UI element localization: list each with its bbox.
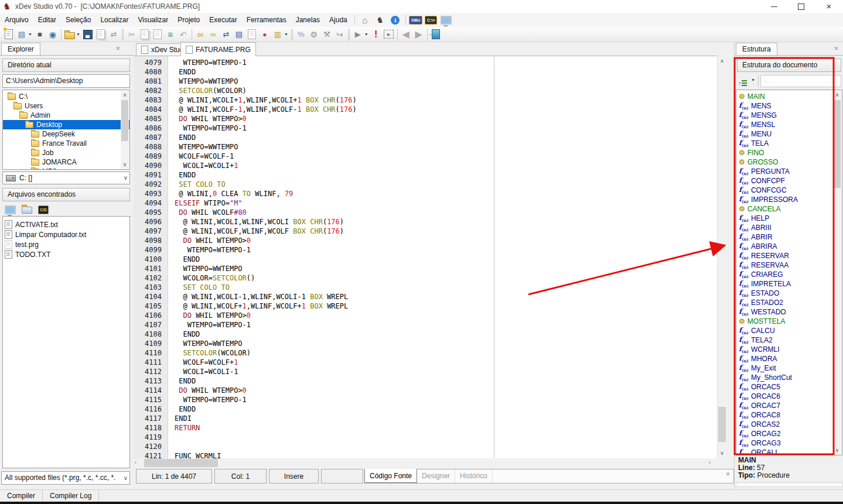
chevron-down-icon[interactable]: ▼ — [284, 32, 288, 36]
code-line[interactable]: 4079 WTEMPO=WTEMPO-1 — [134, 58, 357, 67]
copy-icon[interactable] — [138, 28, 151, 41]
menu-visualizar[interactable]: Visualizar — [133, 13, 173, 26]
scroll-up-icon[interactable]: ∧ — [121, 92, 129, 98]
menu-ferramentas[interactable]: Ferramentas — [242, 13, 291, 26]
structure-item-confcpf[interactable]: f(n)CONFCPF — [736, 176, 842, 186]
code-line[interactable]: 4113 ENDD — [134, 376, 357, 386]
code-line[interactable]: 4100 ENDD — [134, 255, 357, 264]
code-line[interactable]: 4107 WTEMPO=WTEMPO-1 — [134, 320, 357, 330]
scroll-up-icon[interactable]: ∧ — [833, 92, 841, 98]
structure-item-estado[interactable]: f(n)ESTADO — [736, 289, 842, 298]
scroll-up-icon[interactable]: ∧ — [718, 58, 726, 64]
folders-icon[interactable] — [22, 207, 32, 214]
paste-icon[interactable] — [151, 28, 164, 41]
print-icon[interactable]: ▤ — [233, 28, 245, 41]
chevron-down-icon[interactable]: ▼ — [751, 78, 755, 82]
code-line[interactable]: 4080 ENDD — [134, 67, 357, 77]
code-line[interactable]: 4090 WCOLI=WCOLI+1 — [134, 161, 357, 170]
tree-scroll-thumb[interactable] — [121, 100, 128, 141]
chevron-down-icon[interactable]: ▼ — [28, 32, 32, 36]
tab-faturame-prg[interactable]: FATURAME.PRG — [180, 42, 256, 56]
structure-item-cancela[interactable]: ⚙CANCELA — [736, 204, 842, 214]
compile-icon[interactable]: ! — [370, 28, 383, 41]
file-item-testprg[interactable]: test.prg — [3, 239, 129, 249]
save-all-icon[interactable] — [94, 28, 107, 41]
structure-item-my_shortcut[interactable]: f(n)My_ShortCut — [736, 373, 842, 382]
code-line[interactable]: 4105 @ WLINI,WCOLF+1,WLINF,WCOLF+1 BOX W… — [134, 301, 357, 311]
structure-item-pergunta[interactable]: f(n)PERGUNTA — [736, 167, 842, 176]
forward-icon[interactable]: ▶ — [412, 28, 425, 41]
code-line[interactable]: 4115 WTEMPO=WTEMPO-1 — [134, 395, 357, 404]
menu-projeto[interactable]: Projeto — [173, 13, 204, 26]
structure-close-icon[interactable]: × — [834, 44, 838, 53]
bookmark-icon[interactable]: ● — [258, 28, 271, 41]
structure-scroll-thumb[interactable] — [834, 100, 841, 188]
chevron-down-icon[interactable]: ▼ — [364, 32, 368, 36]
cut-icon[interactable]: ✂ — [125, 28, 138, 41]
structure-item-tela2[interactable]: f(n)TELA2 — [736, 335, 842, 345]
home-icon[interactable]: ⌂ — [358, 14, 372, 26]
structure-item-orcali[interactable]: f(n)ORCALI — [736, 448, 842, 455]
menu-arquivo[interactable]: Arquivo — [0, 13, 33, 26]
structure-item-abriii[interactable]: f(n)ABRIII — [736, 223, 842, 232]
structure-item-orcac7[interactable]: f(n)ORCAC7 — [736, 401, 842, 410]
tree-item-job[interactable]: Job — [3, 148, 129, 157]
code-line[interactable]: 4082 SETCOLOR(WCOLOR) — [134, 86, 357, 95]
monitor-icon[interactable] — [5, 205, 16, 214]
back-icon[interactable]: ◀ — [400, 28, 412, 41]
close-button[interactable]: × — [819, 0, 839, 13]
scroll-down-icon[interactable]: ∨ — [718, 450, 726, 456]
structure-item-grosso[interactable]: ⚙GROSSO — [736, 157, 842, 167]
structure-item-mosttela[interactable]: ⚙MOSTTELA — [736, 317, 842, 326]
structure-item-confcgc[interactable]: f(n)CONFCGC — [736, 186, 842, 195]
structure-item-main[interactable]: ⚙MAIN — [736, 92, 842, 101]
menu-editar[interactable]: Editar — [33, 13, 61, 26]
code-line[interactable]: 4086 WTEMPO=WTEMPO-1 — [134, 124, 357, 133]
menu-ajuda[interactable]: Ajuda — [325, 13, 352, 26]
open-file-icon[interactable] — [63, 28, 76, 41]
replace-icon[interactable]: ⇄ — [220, 28, 233, 41]
exit-icon[interactable] — [429, 28, 442, 41]
file-filter-dropdown[interactable]: All supported files (*.prg, *.c, *.cc, *… — [1, 471, 130, 485]
code-line[interactable]: 4095 DO WHIL WCOLF#80 — [134, 208, 357, 217]
file-item-todotxt[interactable]: TODO.TXT — [3, 249, 129, 259]
editor-vertical-scrollbar[interactable]: ∧ ∨ — [717, 56, 727, 458]
structure-item-reservaa[interactable]: f(n)RESERVAA — [736, 260, 842, 270]
structure-item-mensg[interactable]: f(n)MENSG — [736, 111, 842, 120]
code-line[interactable]: 4106 DO WHIL WTEMPO>0 — [134, 311, 357, 320]
new-form-icon[interactable]: ▤ — [15, 28, 28, 41]
code-line[interactable]: 4084 @ WLINI,WCOLF-1,WLINF,WCOLF-1 BOX C… — [134, 105, 357, 114]
code-line[interactable]: 4083 @ WLINI,WCOLI+1,WLINF,WCOLI+1 BOX C… — [134, 95, 357, 105]
help-search-icon[interactable]: ▥ — [271, 28, 284, 41]
tree-item-mp3[interactable]: MP3 — [3, 167, 129, 170]
drive-selector[interactable]: C: [] ∨ — [2, 172, 130, 184]
code-line[interactable]: 4112 WCOLI=WCOLI-1 — [134, 367, 357, 376]
structure-item-mens[interactable]: f(n)MENS — [736, 101, 842, 111]
scroll-left-icon[interactable]: ‹ — [135, 460, 136, 465]
monitor-icon[interactable] — [439, 14, 453, 26]
scroll-down-icon[interactable]: ∨ — [833, 447, 841, 453]
code-line[interactable]: 4120 — [134, 442, 357, 451]
scroll-thumb[interactable] — [144, 459, 218, 467]
tools-icon[interactable]: ⚒ — [320, 28, 333, 41]
chevron-down-icon[interactable]: ▼ — [76, 32, 80, 36]
code-line[interactable]: 4092 SET COLO TO — [134, 180, 357, 189]
structure-item-orcag3[interactable]: f(n)ORCAG3 — [736, 438, 842, 448]
code-line[interactable]: 4104 @ WLINI,WCOLI-1,WLINF,WCOLI-1 BOX W… — [134, 292, 357, 301]
menu-executar[interactable]: Executar — [204, 13, 241, 26]
maximize-button[interactable] — [791, 0, 811, 13]
code-line[interactable]: 4097 @ WLINI,WCOLF,WLINF,WCOLF BOX CHR(1… — [134, 227, 357, 236]
save-icon[interactable] — [81, 28, 94, 41]
structure-item-orcas2[interactable]: f(n)ORCAS2 — [736, 420, 842, 429]
structure-scrollbar[interactable]: ∧ ∨ — [833, 91, 841, 454]
code-line[interactable]: 4114 DO WHIL WTEMPO>0 — [134, 386, 357, 395]
structure-item-impressora[interactable]: f(n)IMPRESSORA — [736, 195, 842, 204]
code-line[interactable]: 4091 ENDD — [134, 170, 357, 180]
script-icon[interactable]: % — [295, 28, 308, 41]
tree-item-jomarca[interactable]: JOMARCA — [3, 157, 129, 167]
tree-item-desktop[interactable]: Desktop — [3, 120, 129, 129]
code-editor[interactable]: 4079 WTEMPO=WTEMPO-14080 ENDD4081 WTEMPO… — [134, 56, 717, 459]
code-line[interactable]: 4081 WTEMPO=WWTEMPO — [134, 77, 357, 86]
tree-item-admin[interactable]: Admin — [3, 111, 129, 120]
doc-icon[interactable] — [245, 28, 258, 41]
